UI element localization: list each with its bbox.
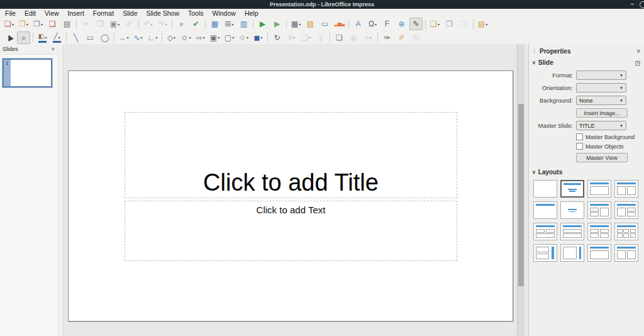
minimize-icon[interactable]: – xyxy=(630,1,634,8)
curves-and-polygons-button[interactable]: ∿▾ xyxy=(131,31,145,44)
dropdown-arrow-icon[interactable]: ▾ xyxy=(165,22,167,26)
layout-vertical-title-vertical-text[interactable] xyxy=(560,244,584,262)
stars-and-banners-button[interactable]: ☆▾ xyxy=(237,31,250,44)
lines-and-arrows-button[interactable]: →▾ xyxy=(117,31,130,44)
dropdown-arrow-icon[interactable]: ▾ xyxy=(151,22,153,26)
dropdown-arrow-icon[interactable]: ▾ xyxy=(309,35,311,40)
menu-slide[interactable]: Slide xyxy=(118,9,142,17)
layout-centered-text[interactable] xyxy=(560,201,584,219)
new-slide-button[interactable]: ❑▾ xyxy=(428,18,441,30)
layout-title-content[interactable] xyxy=(587,180,611,198)
slide-section-header[interactable]: ∨ Slide ◳ xyxy=(529,56,644,67)
block-arrows-button[interactable]: ⇨▾ xyxy=(194,31,207,44)
dropdown-arrow-icon[interactable]: ▾ xyxy=(486,22,487,26)
menu-file[interactable]: File xyxy=(1,9,20,17)
dropdown-arrow-icon[interactable]: ▾ xyxy=(370,35,372,40)
rotate-button[interactable]: ↻ xyxy=(270,31,284,44)
dropdown-arrow-icon[interactable]: ▾ xyxy=(299,22,301,26)
dropdown-arrow-icon[interactable]: ▾ xyxy=(232,22,234,26)
layout-title-content-over-content[interactable] xyxy=(560,223,584,240)
layout-title-2content-over-content[interactable] xyxy=(533,223,557,240)
insert-special-character-button[interactable]: Ω▾ xyxy=(366,18,379,30)
zoom-pan-button[interactable]: ⌕ xyxy=(17,31,30,44)
save-button[interactable]: ❒▾ xyxy=(31,18,45,30)
layout-title-slide[interactable] xyxy=(560,180,584,198)
dropdown-arrow-icon[interactable]: ▾ xyxy=(375,22,377,26)
dropdown-arrow-icon[interactable]: ▾ xyxy=(260,35,262,40)
insert-table-button[interactable]: ▦▾ xyxy=(289,18,303,30)
dropdown-arrow-icon[interactable]: ▾ xyxy=(41,22,43,26)
scrollbar-thumb[interactable] xyxy=(518,104,524,286)
canvas-vertical-scrollbar[interactable] xyxy=(517,44,525,336)
dropdown-arrow-icon[interactable]: ▾ xyxy=(141,35,143,40)
master-background-checkbox[interactable] xyxy=(576,133,583,140)
menu-format[interactable]: Format xyxy=(89,9,118,17)
more-options-icon[interactable]: ◳ xyxy=(635,60,640,66)
slide-thumbnail-1[interactable]: 1 xyxy=(3,59,52,87)
slide-properties-button[interactable]: ▤▾ xyxy=(476,18,489,30)
3d-objects-button[interactable]: ◼▾ xyxy=(252,31,265,44)
dropdown-arrow-icon[interactable]: ▾ xyxy=(126,35,128,40)
master-slide-dropdown[interactable]: TITLE▼ xyxy=(576,121,626,130)
insert-image-button[interactable]: Insert Image... xyxy=(576,108,628,118)
maximize-icon[interactable] xyxy=(640,1,644,8)
menu-tools[interactable]: Tools xyxy=(184,9,208,17)
menu-slide-show[interactable]: Slide Show xyxy=(142,9,184,17)
menu-insert[interactable]: Insert xyxy=(64,9,89,17)
dropdown-arrow-icon[interactable]: ▾ xyxy=(189,35,191,40)
background-dropdown[interactable]: None▼ xyxy=(576,96,626,105)
paste-button[interactable]: ▣▾ xyxy=(108,18,121,30)
symbol-shapes-button[interactable]: ☺▾ xyxy=(179,31,192,44)
snap-guides-button[interactable]: ⊞▾ xyxy=(223,18,236,30)
layout-title-only[interactable] xyxy=(533,201,557,219)
insert-fontwork-button[interactable]: F xyxy=(380,18,394,30)
layout-title-content-and-2content[interactable] xyxy=(614,201,638,219)
insert-chart-button[interactable]: ▂▅▃ xyxy=(333,18,346,30)
dropdown-arrow-icon[interactable]: ▾ xyxy=(293,35,295,40)
start-from-first-slide-button[interactable]: ▶ xyxy=(256,18,269,30)
dropdown-arrow-icon[interactable]: ▾ xyxy=(58,35,60,40)
dropdown-arrow-icon[interactable]: ▾ xyxy=(118,22,119,26)
dropdown-arrow-icon[interactable]: ▾ xyxy=(247,35,248,40)
insert-text-box-button[interactable]: A xyxy=(352,18,365,30)
print-button[interactable]: ▤ xyxy=(60,18,74,30)
slide-page[interactable]: Click to add Title Click to add Text xyxy=(68,70,513,322)
fill-color-button[interactable]: ◧▾ xyxy=(36,31,49,44)
start-from-current-slide-button[interactable]: ▶ xyxy=(270,18,284,30)
line-color-button[interactable]: ╱▾ xyxy=(50,31,64,44)
layout-title-6-content[interactable] xyxy=(614,223,638,240)
layout-title-vertical-text[interactable] xyxy=(587,244,611,262)
display-views-button[interactable]: ▥ xyxy=(237,18,250,30)
layout-blank[interactable] xyxy=(533,180,557,198)
slides-panel-close-icon[interactable]: × xyxy=(52,46,55,52)
show-draw-functions-button[interactable]: ✎ xyxy=(409,18,423,30)
duplicate-slide-button[interactable]: ❐ xyxy=(443,18,456,30)
open-file-button[interactable]: ❐▾ xyxy=(17,18,30,30)
insert-line-button[interactable]: ╲ xyxy=(69,31,82,44)
master-view-button[interactable]: Master View xyxy=(576,153,628,162)
rectangle-button[interactable]: ▭ xyxy=(84,31,97,44)
insert-media-button[interactable]: ▭ xyxy=(318,18,331,30)
glue-points-button[interactable]: ✐ xyxy=(395,31,408,44)
dropdown-arrow-icon[interactable]: ▾ xyxy=(45,35,47,40)
dropdown-arrow-icon[interactable]: ▾ xyxy=(438,22,440,26)
menu-help[interactable]: Help xyxy=(240,9,263,17)
orientation-dropdown[interactable]: ▼ xyxy=(576,83,626,92)
edit-points-button[interactable]: ✑ xyxy=(380,31,394,44)
layout-title-and-2-content[interactable] xyxy=(614,180,638,198)
select-tool-button[interactable]: ▶ xyxy=(3,31,16,44)
dropdown-arrow-icon[interactable]: ▾ xyxy=(155,35,157,40)
dropdown-arrow-icon[interactable]: ▾ xyxy=(218,35,219,40)
callout-shapes-button[interactable]: ▢▾ xyxy=(223,31,236,44)
shadow-button[interactable]: ❏ xyxy=(333,31,346,44)
ellipse-button[interactable]: ◯ xyxy=(98,31,111,44)
master-objects-checkbox[interactable] xyxy=(576,143,583,150)
layout-vertical-title-text-chart[interactable] xyxy=(533,244,557,262)
properties-close-icon[interactable]: × xyxy=(636,48,640,55)
spelling-button[interactable]: ✔ xyxy=(189,18,203,30)
dropdown-arrow-icon[interactable]: ▾ xyxy=(12,22,14,26)
display-grid-button[interactable]: ▦ xyxy=(208,18,221,30)
dropdown-arrow-icon[interactable]: ▾ xyxy=(232,35,234,40)
find-and-replace-button[interactable]: ⌕ xyxy=(175,18,188,30)
export-pdf-button[interactable]: ❑ xyxy=(46,18,59,30)
